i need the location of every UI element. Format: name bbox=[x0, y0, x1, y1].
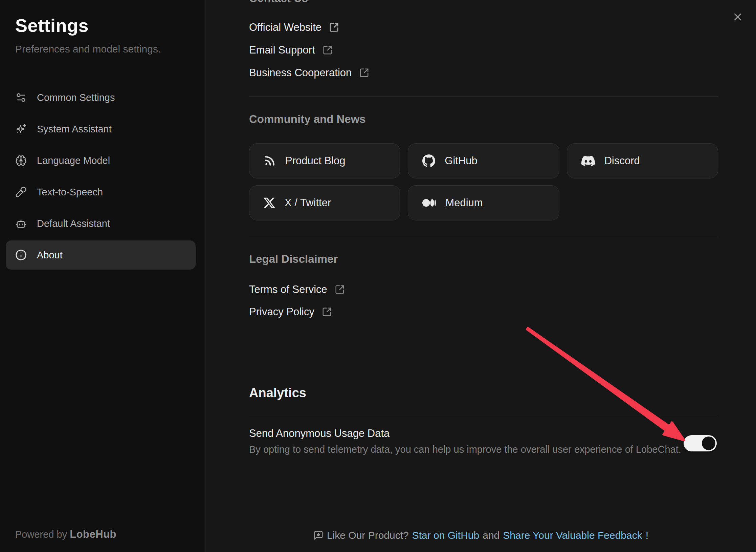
medium-icon bbox=[422, 196, 436, 210]
settings-nav: Common Settings System Assistant Languag… bbox=[6, 83, 196, 272]
footer-text: ! bbox=[646, 530, 648, 541]
product-blog-button[interactable]: Product Blog bbox=[249, 143, 400, 178]
feedback-icon bbox=[313, 530, 324, 540]
button-label: Product Blog bbox=[285, 155, 346, 167]
link-label: Privacy Policy bbox=[249, 306, 314, 318]
button-label: Discord bbox=[604, 155, 640, 167]
footer-text: Like Our Product? bbox=[327, 530, 409, 541]
sliders-icon bbox=[15, 92, 27, 103]
community-heading: Community and News bbox=[249, 113, 366, 125]
analytics-heading: Analytics bbox=[249, 386, 306, 399]
star-on-github-link[interactable]: Star on GitHub bbox=[412, 530, 479, 541]
link-label: Email Support bbox=[249, 44, 315, 56]
legal-heading: Legal Disclaimer bbox=[249, 253, 338, 264]
settings-modal: { "window": { "close_label": "close" }, … bbox=[0, 0, 756, 552]
section-divider bbox=[249, 236, 718, 236]
info-icon bbox=[15, 249, 27, 261]
sidebar-item-label: Common Settings bbox=[37, 92, 115, 103]
sidebar-item-text-to-speech[interactable]: Text-to-Speech bbox=[6, 177, 196, 207]
sidebar-item-system-assistant[interactable]: System Assistant bbox=[6, 114, 196, 144]
discord-button[interactable]: Discord bbox=[567, 143, 718, 178]
sidebar-item-label: Text-to-Speech bbox=[37, 187, 103, 198]
sidebar-item-label: Default Assistant bbox=[37, 218, 110, 229]
brain-icon bbox=[15, 155, 27, 166]
share-feedback-link[interactable]: Share Your Valuable Feedback bbox=[503, 530, 642, 541]
external-link-icon bbox=[329, 22, 339, 33]
business-cooperation-link[interactable]: Business Cooperation bbox=[249, 65, 369, 81]
link-label: Business Cooperation bbox=[249, 67, 352, 79]
privacy-policy-link[interactable]: Privacy Policy bbox=[249, 304, 332, 320]
terms-of-service-link[interactable]: Terms of Service bbox=[249, 282, 345, 297]
official-website-link[interactable]: Official Website bbox=[249, 20, 339, 35]
contact-us-heading: Contact Us bbox=[249, 0, 308, 4]
button-label: Medium bbox=[445, 197, 483, 209]
feedback-footer: Like Our Product? Star on GitHub and Sha… bbox=[206, 528, 756, 543]
x-twitter-icon bbox=[264, 197, 275, 209]
sidebar-item-common-settings[interactable]: Common Settings bbox=[6, 83, 196, 112]
email-support-link[interactable]: Email Support bbox=[249, 42, 333, 58]
about-panel: Contact Us Official Website Email Suppor… bbox=[206, 0, 756, 552]
settings-sidebar: Settings Preferences and model settings.… bbox=[0, 0, 205, 552]
link-label: Official Website bbox=[249, 21, 321, 34]
github-icon bbox=[422, 154, 435, 167]
sidebar-item-label: System Assistant bbox=[37, 124, 112, 135]
footer-text: and bbox=[483, 530, 499, 541]
sparkles-icon bbox=[15, 123, 27, 135]
page-subtitle: Preferences and model settings. bbox=[15, 43, 161, 55]
powered-by: Powered by LobeHub bbox=[15, 528, 116, 540]
external-link-icon bbox=[359, 68, 369, 78]
section-divider bbox=[249, 416, 718, 416]
community-buttons: Product Blog GitHub Discord X / Twitter … bbox=[249, 143, 718, 220]
medium-button[interactable]: Medium bbox=[408, 185, 559, 220]
button-label: GitHub bbox=[445, 155, 477, 167]
sidebar-item-default-assistant[interactable]: Default Assistant bbox=[6, 209, 196, 238]
close-button[interactable] bbox=[730, 9, 745, 24]
section-divider bbox=[249, 96, 718, 97]
sidebar-item-about[interactable]: About bbox=[6, 240, 196, 270]
telemetry-toggle[interactable] bbox=[684, 435, 717, 451]
link-label: Terms of Service bbox=[249, 283, 327, 296]
github-button[interactable]: GitHub bbox=[408, 143, 559, 178]
button-label: X / Twitter bbox=[285, 197, 331, 209]
page-title: Settings bbox=[15, 15, 89, 36]
external-link-icon bbox=[323, 45, 333, 55]
x-twitter-button[interactable]: X / Twitter bbox=[249, 185, 400, 220]
toggle-knob bbox=[702, 437, 715, 450]
bot-icon bbox=[15, 218, 27, 229]
telemetry-toggle-label: Send Anonymous Usage Data bbox=[249, 428, 390, 439]
sidebar-item-label: Language Model bbox=[37, 155, 110, 166]
external-link-icon bbox=[322, 307, 332, 317]
close-icon bbox=[733, 12, 743, 22]
mic-icon bbox=[15, 186, 27, 198]
telemetry-toggle-description: By opting to send telemetry data, you ca… bbox=[249, 444, 681, 454]
discord-icon bbox=[581, 154, 595, 168]
powered-by-text: Powered by bbox=[15, 529, 67, 540]
external-link-icon bbox=[335, 284, 345, 295]
lobehub-logo: LobeHub bbox=[70, 528, 116, 540]
sidebar-item-label: About bbox=[37, 250, 63, 261]
sidebar-item-language-model[interactable]: Language Model bbox=[6, 146, 196, 175]
rss-icon bbox=[264, 155, 276, 167]
